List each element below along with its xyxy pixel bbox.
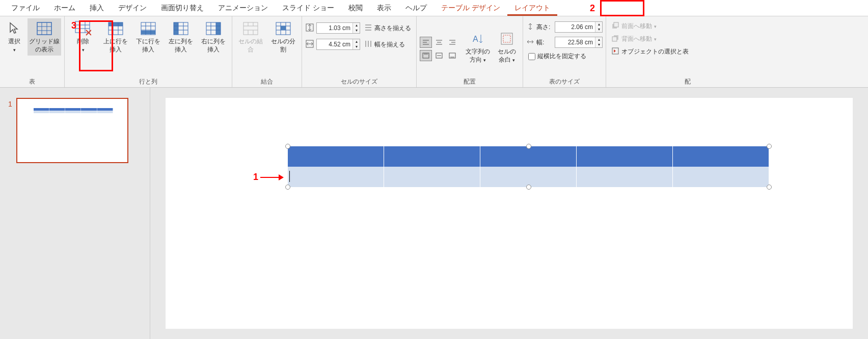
send-backward-label: 背面へ移動: [621, 35, 652, 43]
table-row[interactable]: [288, 167, 769, 187]
align-bottom-button[interactable]: [446, 50, 458, 61]
cell-width-spinner[interactable]: 4.52 cm ▴▾: [316, 39, 360, 50]
align-center-button[interactable]: [433, 37, 445, 48]
group-label-table-size: 表のサイズ: [526, 76, 603, 86]
split-cells-button[interactable]: セルの分割: [268, 18, 299, 56]
insert-row-below-icon: [140, 20, 156, 37]
spin-down[interactable]: ▾: [595, 27, 602, 32]
ribbon-group-table-size: 高さ: 2.06 cm ▴▾ 幅: 22.58 cm ▴▾ 縦横比を固定する 表…: [523, 16, 606, 87]
chevron-down-icon: ▾: [512, 58, 515, 63]
table-row[interactable]: [288, 146, 769, 167]
group-label-table: 表: [3, 76, 61, 86]
selection-pane-button[interactable]: オブジェクトの選択と表: [609, 46, 691, 58]
insert-col-left-icon: [173, 20, 189, 37]
lock-aspect-checkbox[interactable]: 縦横比を固定する: [526, 51, 588, 62]
slide-canvas[interactable]: 1: [166, 98, 853, 329]
selection-pane-label: オブジェクトの選択と表: [621, 47, 689, 56]
menu-layout[interactable]: レイアウト: [507, 1, 557, 16]
svg-rect-10: [108, 22, 123, 26]
cell-margin-button[interactable]: セルの余白 ▾: [494, 29, 520, 66]
menu-file[interactable]: ファイル: [4, 1, 47, 16]
spin-down[interactable]: ▾: [352, 28, 360, 33]
spin-down[interactable]: ▾: [352, 44, 360, 49]
distribute-cols-button[interactable]: 幅を揃える: [362, 39, 407, 50]
send-backward-button[interactable]: 背面へ移動 ▾: [609, 33, 659, 45]
annotation-arrow-1: 1: [253, 172, 285, 182]
table-width-icon: [526, 38, 534, 47]
insert-above-button[interactable]: 上に行を挿入: [100, 18, 131, 56]
dist-rows-label: 高さを揃える: [374, 24, 411, 33]
menu-review[interactable]: 校閲: [341, 1, 370, 16]
selection-handle[interactable]: [285, 185, 290, 190]
text-cursor: [289, 171, 290, 182]
ribbon-group-table: 選択▾ グリッド線の表示 表: [0, 16, 65, 87]
gridlines-button[interactable]: グリッド線の表示: [28, 18, 61, 56]
select-label: 選択: [8, 38, 20, 45]
menu-slideshow[interactable]: スライド ショー: [275, 1, 341, 16]
spin-down[interactable]: ▾: [595, 42, 602, 47]
selection-handle[interactable]: [526, 185, 531, 190]
thumbnail-table-preview: [34, 108, 113, 113]
insert-below-button[interactable]: 下に行を挿入: [133, 18, 164, 56]
menu-help[interactable]: ヘルプ: [398, 1, 434, 16]
insert-right-label: 右に列を挿入: [199, 38, 228, 54]
text-direction-button[interactable]: A 文字列の方向 ▾: [464, 29, 492, 66]
insert-above-label: 上に行を挿入: [101, 38, 130, 54]
menu-animations[interactable]: アニメーション: [211, 1, 275, 16]
chevron-down-icon: ▾: [654, 24, 657, 29]
selection-handle[interactable]: [285, 144, 290, 149]
table-height-icon: [526, 22, 534, 32]
table-width-spinner[interactable]: 22.58 cm ▴▾: [555, 37, 603, 48]
annotation-number-2: 2: [590, 3, 595, 14]
insert-row-above-icon: [107, 20, 124, 37]
selection-handle[interactable]: [767, 185, 772, 190]
svg-rect-16: [141, 31, 155, 34]
align-right-button[interactable]: [446, 37, 458, 48]
selection-handle[interactable]: [526, 144, 531, 149]
grid-icon: [36, 20, 52, 37]
selection-handle[interactable]: [767, 144, 772, 149]
cell-height-icon: [305, 23, 314, 34]
merge-label: セルの結合: [236, 38, 265, 54]
insert-left-button[interactable]: 左に列を挿入: [166, 18, 196, 56]
group-label-cell-size: セルのサイズ: [305, 76, 413, 86]
gridlines-label: グリッド線の表示: [29, 38, 60, 54]
svg-rect-76: [612, 37, 617, 41]
ribbon: 選択▾ グリッド線の表示 表 削除▾ 上に行を: [0, 16, 868, 88]
delete-label: 削除: [77, 38, 89, 45]
table-width-value: 22.58 cm: [555, 39, 595, 46]
align-top-button[interactable]: [420, 50, 432, 61]
ribbon-group-merge: セルの結合 セルの分割 結合: [232, 16, 302, 87]
menu-design[interactable]: デザイン: [111, 1, 154, 16]
menu-table-design[interactable]: テーブル デザイン: [434, 1, 507, 16]
ribbon-group-rows-cols: 削除▾ 上に行を挿入 下に行を挿入 左に列を挿入: [65, 16, 232, 87]
bring-forward-button[interactable]: 前面へ移動 ▾: [609, 20, 659, 32]
align-left-button[interactable]: [420, 37, 432, 48]
spin-up[interactable]: ▴: [595, 37, 602, 42]
slide-table[interactable]: [288, 146, 769, 187]
svg-text:A: A: [473, 35, 478, 43]
text-dir-label: 文字列の方向: [466, 48, 490, 63]
menu-home[interactable]: ホーム: [47, 1, 83, 16]
insert-right-button[interactable]: 右に列を挿入: [198, 18, 229, 56]
table-delete-icon: [75, 20, 91, 37]
ribbon-group-arrange: 前面へ移動 ▾ 背面へ移動 ▾ オブジェクトの選択と表 配: [606, 16, 694, 87]
menu-transitions[interactable]: 画面切り替え: [154, 1, 211, 16]
distribute-rows-button[interactable]: 高さを揃える: [362, 22, 413, 34]
align-middle-button[interactable]: [433, 50, 445, 61]
table-height-value: 2.06 cm: [555, 23, 595, 31]
menu-view[interactable]: 表示: [370, 1, 398, 16]
lock-aspect-input[interactable]: [528, 53, 535, 60]
group-label-alignment: 配置: [420, 76, 520, 86]
table-height-spinner[interactable]: 2.06 cm ▴▾: [555, 21, 603, 33]
spin-up[interactable]: ▴: [595, 22, 602, 27]
menu-insert[interactable]: 挿入: [83, 1, 111, 16]
spin-up[interactable]: ▴: [352, 39, 360, 44]
split-icon: [275, 20, 291, 37]
bring-forward-label: 前面へ移動: [621, 22, 652, 31]
select-button[interactable]: 選択▾: [3, 18, 25, 56]
spin-up[interactable]: ▴: [352, 23, 360, 28]
thumbnail-slide[interactable]: [16, 98, 128, 163]
cell-height-spinner[interactable]: 1.03 cm ▴▾: [316, 22, 360, 34]
merge-cells-button[interactable]: セルの結合: [235, 18, 266, 56]
